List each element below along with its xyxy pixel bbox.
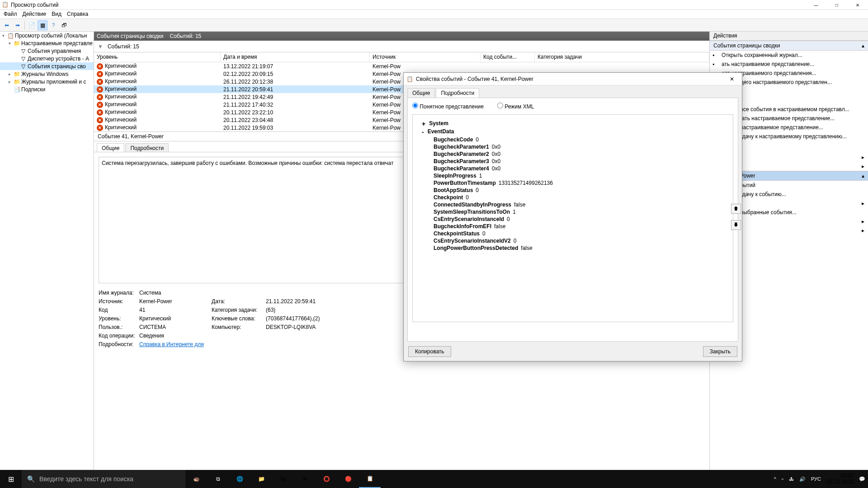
tree-item[interactable]: ▸📁Журналы Windows: [0, 70, 94, 78]
taskbar-mail[interactable]: ✉: [294, 470, 316, 488]
menu-help[interactable]: Справка: [67, 11, 88, 18]
windows-icon: ⊞: [8, 475, 14, 483]
eventdata-node[interactable]: -EventData: [422, 128, 724, 136]
help-link[interactable]: Справка в Интернете для: [139, 341, 204, 347]
taskbar-eventviewer[interactable]: 📋: [359, 470, 381, 488]
tray-icon[interactable]: ▫: [782, 476, 783, 482]
eventdata-row: ConnectedStandbyInProgressfalse: [434, 202, 724, 208]
menu-view[interactable]: Вид: [52, 11, 61, 18]
tray-lang[interactable]: РУС: [811, 476, 821, 482]
copy-button[interactable]: Копировать: [408, 346, 451, 357]
refresh-icon: 🗗: [61, 22, 67, 28]
action-item[interactable]: ▪ать настраиваемое представление...: [710, 60, 868, 69]
window-titlebar: 📋 Просмотр событий — □ ✕: [0, 0, 868, 10]
radio-friendly[interactable]: Понятное представление: [412, 103, 484, 110]
col-datetime[interactable]: Дата и время: [221, 52, 370, 62]
taskbar-search[interactable]: 🔍 Введите здесь текст для поиска: [22, 470, 185, 488]
expand-icon[interactable]: +: [422, 120, 425, 127]
lbl-kw: Ключевые слова:: [212, 315, 266, 322]
dialog-icon: 📋: [406, 76, 413, 82]
tree-item[interactable]: 📑Подписки: [0, 85, 94, 93]
action-item[interactable]: ▪Открыть сохраненный журнал...: [710, 51, 868, 60]
dialog-tabs: Общие Подробности: [404, 85, 742, 98]
close-dialog-button[interactable]: Закрыть: [703, 346, 737, 357]
maximize-button[interactable]: □: [826, 0, 847, 10]
tray-chevron-icon[interactable]: ^: [774, 476, 776, 482]
actions-sec1-label: События страницы сводки: [713, 42, 780, 49]
tree-root[interactable]: ▾ 📋 Просмотр событий (Локальн: [0, 32, 94, 39]
dialog-tab-details[interactable]: Подробности: [436, 88, 479, 98]
minimize-button[interactable]: —: [806, 0, 826, 10]
eventdata-row: CsEntryScenarioInstanceIdV20: [434, 238, 724, 244]
taskbar-app2[interactable]: 🔴: [337, 470, 359, 488]
system-tray: ^ ▫ 🖧 🔊 РУС 23:02 23.12.2022 💬: [774, 473, 865, 485]
system-node[interactable]: +System: [422, 120, 724, 127]
tool-btn-3[interactable]: ?: [48, 20, 58, 30]
col-level[interactable]: Уровень: [94, 52, 221, 62]
tree-item[interactable]: ▸📁Журналы приложений и с: [0, 78, 94, 85]
prev-event-button[interactable]: 🡅: [731, 204, 741, 214]
tree-item[interactable]: ▾📁Настраиваемые представле: [0, 39, 94, 47]
radio-xml-input[interactable]: [497, 103, 503, 108]
arrow-left-icon: ⬅: [5, 22, 9, 28]
menu-file[interactable]: Файл: [4, 11, 17, 18]
tab-general[interactable]: Общие: [97, 143, 124, 152]
tab-details[interactable]: Подробности: [125, 143, 169, 152]
taskbar-app1[interactable]: ⭕: [316, 470, 337, 488]
tool-btn-4[interactable]: 🗗: [59, 20, 69, 30]
tree-item[interactable]: ▽События управления: [0, 47, 94, 55]
filter-bar: ▼ Событий: 15: [94, 41, 709, 52]
start-button[interactable]: ⊞: [0, 470, 22, 488]
collapse-icon[interactable]: ▾: [1, 33, 6, 38]
val-src: Kernel-Power: [139, 298, 212, 305]
lbl-cat: Категория задачи:: [212, 307, 266, 313]
tray-clock[interactable]: 23:02 23.12.2022: [826, 473, 854, 485]
eventdata-row: SleepInProgress1: [434, 173, 724, 179]
window-title: Просмотр событий: [11, 2, 58, 8]
tree-item[interactable]: ▽Диспетчер устройств - А: [0, 55, 94, 62]
taskbar-explorer[interactable]: 📁: [250, 470, 272, 488]
forward-button[interactable]: ➡: [13, 20, 23, 30]
taskbar-edge[interactable]: 🌐: [229, 470, 250, 488]
tool-btn-1[interactable]: 📄: [27, 20, 37, 30]
funnel-icon[interactable]: ▼: [98, 43, 103, 50]
tray-notifications-icon[interactable]: 💬: [859, 476, 865, 482]
actions-section-1[interactable]: События страницы сводки▴: [710, 41, 868, 51]
tree-item[interactable]: ▽События страницы сво: [0, 62, 94, 70]
lbl-log: Имя журнала:: [99, 290, 139, 296]
val-cat: (63): [266, 307, 374, 313]
dialog-titlebar: 📋 Свойства событий - Событие 41, Kernel-…: [404, 73, 742, 85]
cortana-button[interactable]: 🦔: [185, 470, 207, 488]
taskbar: ⊞ 🔍 Введите здесь текст для поиска 🦔 ⧉ 🌐…: [0, 470, 868, 488]
next-event-button[interactable]: 🡇: [731, 220, 741, 230]
radio-friendly-input[interactable]: [412, 103, 418, 108]
event-data-area[interactable]: +System -EventData BugcheckCode0Bugcheck…: [412, 114, 733, 322]
eventdata-row: BugcheckParameter20x0: [434, 151, 724, 157]
close-button[interactable]: ✕: [847, 0, 868, 10]
tray-volume-icon[interactable]: 🔊: [799, 476, 806, 482]
task-view-button[interactable]: ⧉: [207, 470, 229, 488]
menu-action[interactable]: Действие: [23, 11, 47, 18]
col-category[interactable]: Категория задачи: [535, 52, 709, 62]
taskbar-store[interactable]: 🛍: [272, 470, 294, 488]
col-source[interactable]: Источник: [370, 52, 481, 62]
dialog-title: Свойства событий - Событие 41, Kernel-Po…: [416, 76, 533, 82]
radio-xml[interactable]: Режим XML: [497, 103, 534, 110]
tool-btn-2[interactable]: ▦: [38, 20, 47, 30]
tray-network-icon[interactable]: 🖧: [789, 476, 794, 482]
event-row[interactable]: ✕Критический13.12.2022 21:19:07Kernel-Po…: [94, 62, 709, 70]
system-label: System: [429, 120, 448, 127]
collapse-icon[interactable]: -: [422, 128, 424, 136]
eventdata-row: BugcheckParameter30x0: [434, 158, 724, 164]
eventdata-row: Checkpoint0: [434, 194, 724, 201]
center-header: События страницы сводки Событий: 15: [94, 32, 709, 41]
lbl-id: Код: [99, 307, 139, 313]
dialog-close-button[interactable]: ✕: [724, 74, 740, 84]
eventdata-row: CheckpointStatus0: [434, 230, 724, 237]
radio-xml-label: Режим XML: [505, 103, 534, 110]
eventdata-row: SystemSleepTransitionsToOn1: [434, 209, 724, 215]
page-icon: 📄: [28, 22, 35, 28]
back-button[interactable]: ⬅: [2, 20, 12, 30]
col-eventid[interactable]: Код событи...: [481, 52, 535, 62]
dialog-tab-general[interactable]: Общие: [407, 88, 435, 98]
